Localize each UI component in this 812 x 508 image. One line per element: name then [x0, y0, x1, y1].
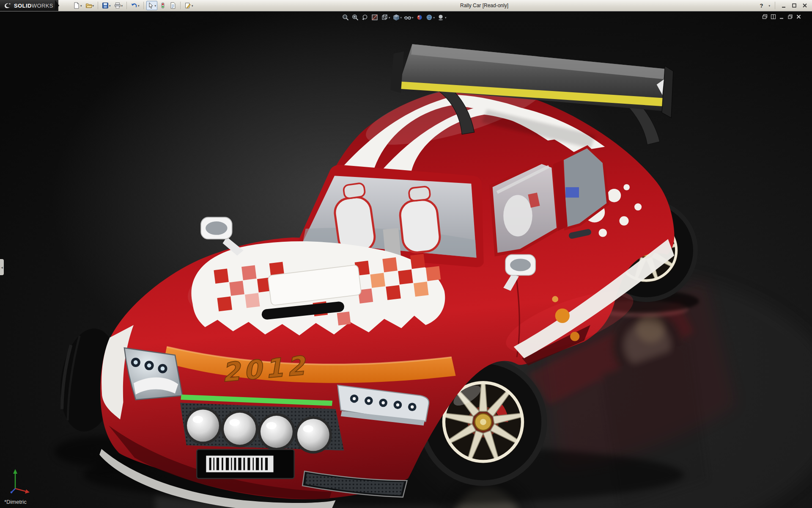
restore-document-icon — [787, 14, 793, 19]
close-icon — [802, 3, 807, 8]
new-document-button[interactable]: ▾ — [72, 1, 83, 10]
minimize-document-icon — [779, 14, 785, 19]
maximize-button[interactable] — [790, 1, 798, 10]
triad-y-arrow-icon — [13, 469, 17, 474]
brand-text: SOLIDWORKS — [14, 3, 53, 9]
close-document-button[interactable] — [795, 13, 802, 20]
license-plate — [197, 450, 294, 479]
triad-x-arrow-icon — [25, 489, 30, 494]
dropdown-arrow-icon[interactable]: ▾ — [401, 16, 402, 19]
left-mirror[interactable] — [201, 217, 243, 256]
undo-icon — [131, 2, 137, 9]
minimize-document-button[interactable] — [778, 13, 785, 20]
save-icon — [102, 2, 109, 9]
file-properties-icon — [170, 2, 176, 9]
dropdown-arrow-icon[interactable]: ▾ — [121, 4, 123, 7]
dropdown-arrow-icon[interactable]: ▾ — [389, 16, 390, 19]
view-settings-icon — [437, 14, 444, 21]
view-orientation-icon — [381, 14, 388, 21]
view-settings-button[interactable]: ▾ — [436, 13, 447, 22]
brand-notch — [55, 0, 59, 11]
open-button[interactable]: ▾ — [84, 1, 96, 10]
zoom-to-area-icon — [351, 14, 359, 21]
apply-scene-icon — [425, 14, 433, 21]
rebuild-traffic-light-icon — [159, 2, 166, 9]
tile-windows-icon — [771, 14, 776, 19]
section-view-button[interactable] — [370, 13, 379, 22]
print-icon — [114, 2, 121, 9]
dropdown-arrow-icon[interactable]: ▾ — [93, 4, 94, 7]
triad-x-axis — [15, 489, 26, 491]
previous-view-button[interactable] — [360, 13, 370, 22]
app-window-controls: ? ▾ — [757, 0, 809, 11]
help-button[interactable]: ? — [757, 1, 765, 10]
dropdown-arrow-icon[interactable]: ▾ — [80, 4, 82, 7]
maximize-icon — [792, 3, 797, 8]
solidworks-window: SOLIDWORKS ▾ ▾ — [0, 0, 812, 508]
featuremanager-collapse-tab[interactable]: ◀ — [0, 259, 4, 275]
edit-appearance-button[interactable] — [415, 13, 424, 22]
left-headlight[interactable] — [124, 348, 182, 400]
dassault-systemes-logo-icon — [3, 2, 12, 9]
restore-document-button[interactable] — [787, 13, 793, 20]
heads-up-view-toolbar: ▾ ▾ ▾ — [341, 13, 447, 22]
file-properties-button[interactable] — [168, 1, 178, 10]
dropdown-arrow-icon[interactable]: ▾ — [412, 16, 414, 19]
dropdown-arrow-icon[interactable]: ▾ — [192, 4, 193, 7]
edit-appearance-icon — [416, 14, 423, 21]
hide-show-items-icon — [404, 14, 411, 21]
minimize-button[interactable] — [780, 1, 787, 10]
zoom-to-fit-button[interactable] — [341, 13, 350, 22]
section-view-icon — [371, 14, 379, 21]
save-button[interactable]: ▾ — [101, 1, 112, 10]
dropdown-arrow-icon[interactable]: ▾ — [138, 4, 140, 7]
view-orientation-button[interactable]: ▾ — [380, 13, 391, 22]
options-button[interactable]: ▾ — [183, 1, 195, 10]
scene-svg[interactable]: 2012 — [0, 11, 812, 508]
select-button[interactable]: ▾ — [146, 1, 158, 10]
dropdown-arrow-icon[interactable]: ▾ — [433, 16, 435, 19]
triad-z-axis — [12, 489, 15, 492]
apply-scene-button[interactable]: ▾ — [425, 13, 436, 22]
dropdown-arrow-icon[interactable]: ▾ — [155, 4, 156, 7]
print-button[interactable]: ▾ — [113, 1, 124, 10]
minimize-icon — [781, 3, 786, 8]
dropdown-arrow-icon[interactable]: ▾ — [445, 16, 447, 19]
help-dropdown-arrow-icon[interactable]: ▾ — [768, 4, 770, 7]
standard-toolbar: ▾ ▾ ▾ ▾ — [72, 0, 195, 11]
options-icon — [184, 2, 191, 9]
orientation-triad[interactable] — [8, 467, 34, 496]
cascade-windows-icon — [762, 14, 768, 19]
select-cursor-icon — [148, 2, 154, 9]
cascade-windows-button[interactable] — [761, 13, 768, 20]
toolbar-separator — [775, 2, 775, 9]
collapse-arrow-icon: ◀ — [1, 266, 3, 269]
dropdown-arrow-icon[interactable]: ▾ — [109, 4, 111, 7]
view-orientation-label: *Dimetric — [4, 499, 27, 505]
toolbar-separator — [180, 2, 181, 9]
toolbar-separator — [143, 2, 144, 9]
close-document-icon — [796, 14, 801, 19]
previous-view-icon — [361, 14, 369, 21]
undo-button[interactable]: ▾ — [129, 1, 141, 10]
window-title: Rally Car [Read-only] — [427, 3, 541, 8]
zoom-to-fit-icon — [342, 14, 349, 21]
display-style-button[interactable]: ▾ — [392, 13, 403, 22]
display-style-icon — [392, 14, 400, 21]
close-button[interactable] — [801, 1, 809, 10]
document-window-controls — [761, 13, 802, 20]
graphics-viewport[interactable]: ▾ ▾ ▾ — [0, 11, 812, 508]
zoom-to-area-button[interactable] — [351, 13, 360, 22]
hide-show-items-button[interactable]: ▾ — [403, 13, 414, 22]
open-folder-icon — [85, 2, 92, 9]
rebuild-button[interactable] — [158, 1, 167, 10]
triad-z-arrow-icon — [11, 491, 13, 494]
new-document-icon — [73, 2, 80, 9]
toolbar-separator — [126, 2, 127, 9]
title-bar: SOLIDWORKS ▾ ▾ — [0, 0, 812, 11]
solidworks-logo: SOLIDWORKS — [0, 0, 58, 11]
toolbar-separator — [98, 2, 98, 9]
tile-windows-button[interactable] — [770, 13, 776, 20]
